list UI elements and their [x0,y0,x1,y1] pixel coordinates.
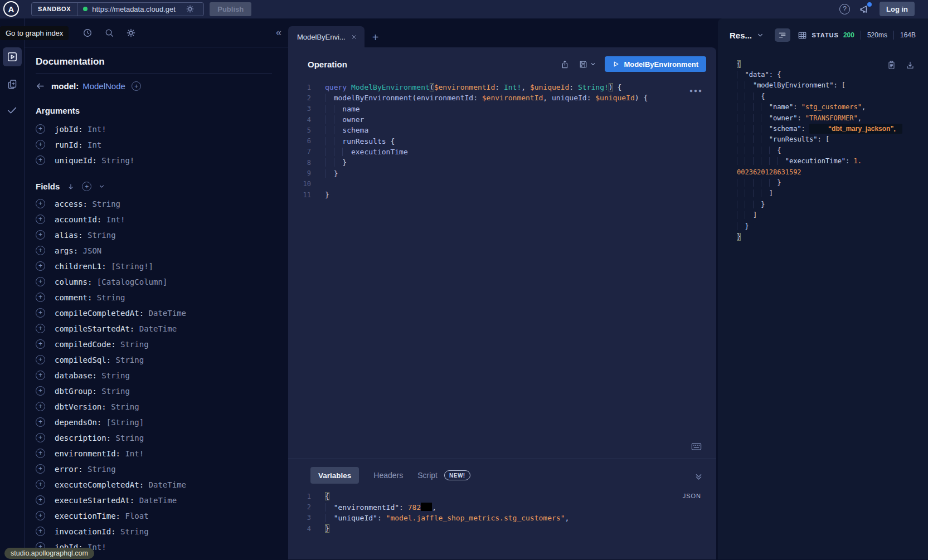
field-type[interactable]: Int! [83,125,106,134]
field-name[interactable]: args: [55,246,78,255]
field-name[interactable]: description: [55,434,111,442]
announcements-megaphone-icon[interactable] [859,4,870,14]
field-type[interactable]: String [97,387,130,396]
field-type[interactable]: [CatalogColumn] [92,277,167,286]
sort-fields-icon[interactable] [67,183,75,191]
checks-icon[interactable] [6,104,18,116]
tab-script[interactable]: Script [417,471,438,480]
add-to-operation-button[interactable]: + [36,155,45,165]
add-to-operation-button[interactable]: + [36,308,45,318]
field-type[interactable]: String [111,434,144,442]
add-to-operation-button[interactable]: + [36,246,45,255]
field-name[interactable]: compileStartedAt: [55,324,134,333]
tab-headers[interactable]: Headers [373,471,403,480]
query-editor[interactable]: ●●● 1query ModelByEnvironment($environme… [288,81,716,459]
add-to-operation-button[interactable]: + [36,464,45,474]
field-type[interactable]: String [134,558,167,560]
help-icon[interactable]: ? [839,4,850,14]
field-name[interactable]: dbtVersion: [55,402,106,411]
add-to-operation-button[interactable]: + [36,402,45,411]
field-name[interactable]: compiledSql: [55,356,111,364]
endpoint-url-input[interactable]: https://metadata.cloud.get [77,4,203,13]
field-type[interactable]: Int [83,140,102,149]
tree-view-button[interactable] [775,28,790,42]
run-operation-button[interactable]: ModelByEnvironment [605,56,706,72]
add-to-operation-button[interactable]: + [36,511,45,520]
field-name[interactable]: executeCompletedAt: [55,480,144,489]
add-to-operation-button[interactable]: + [36,261,45,271]
add-to-operation-button[interactable]: + [36,433,45,442]
back-arrow-icon[interactable] [36,81,45,91]
settings-gear-icon[interactable] [126,28,136,38]
field-type[interactable]: JSON [78,246,101,255]
add-to-operation-button[interactable]: + [36,495,45,505]
field-name[interactable]: dependsOn: [55,418,101,427]
save-floppy-icon[interactable] [579,60,588,69]
add-to-operation-button[interactable]: + [36,324,45,333]
field-type[interactable]: DateTime [144,309,186,318]
add-to-operation-button[interactable]: + [36,527,45,536]
variables-editor[interactable]: 1{2 "environmentId": 782,3 "uniqueId": "… [288,491,716,534]
field-name[interactable]: runId: [55,140,83,149]
field-name[interactable]: error: [55,465,83,474]
collapse-panel-icon[interactable]: « [276,27,288,38]
field-name[interactable]: compiledCode: [55,340,116,349]
add-to-operation-button[interactable]: + [36,230,45,240]
new-tab-button[interactable]: + [372,32,379,43]
save-operation-control[interactable] [579,60,596,69]
search-icon[interactable] [104,28,114,38]
add-to-operation-button[interactable]: + [36,277,45,286]
field-name[interactable]: invocationId: [55,527,116,536]
field-type[interactable]: String [83,231,116,240]
add-to-operation-button[interactable]: + [36,339,45,349]
close-tab-icon[interactable] [351,34,357,40]
field-name[interactable]: database: [55,371,97,380]
field-name[interactable]: environmentId: [55,449,120,458]
field-type[interactable]: Int! [120,449,144,458]
field-name[interactable]: comment: [55,293,92,302]
field-name[interactable]: executionTime: [55,512,120,520]
field-type[interactable]: DateTime [144,480,186,489]
history-icon[interactable] [82,28,93,38]
login-button[interactable]: Log in [880,2,915,16]
add-to-operation-button[interactable]: + [36,124,45,134]
field-name[interactable]: accountId: [55,215,101,224]
field-name[interactable]: jobId: [55,125,83,134]
copy-response-icon[interactable] [887,60,896,70]
field-name[interactable]: alias: [55,231,83,240]
field-type[interactable]: DateTime [134,324,177,333]
add-to-operation-button[interactable]: + [36,371,45,380]
add-to-operation-button[interactable]: + [36,355,45,364]
explorer-icon[interactable] [3,47,22,66]
add-to-operation-button[interactable]: + [36,215,45,224]
add-to-operation-button[interactable]: + [36,386,45,396]
table-view-button[interactable] [798,31,807,40]
add-type-button[interactable]: + [132,81,141,91]
endpoint-settings-gear-icon[interactable] [186,4,195,13]
field-type[interactable]: String [88,199,120,208]
add-to-operation-button[interactable]: + [36,199,45,208]
fields-options-chevron-icon[interactable] [99,183,105,189]
add-to-operation-button[interactable]: + [36,140,45,149]
add-to-operation-button[interactable]: + [36,480,45,489]
field-type[interactable]: String [97,371,130,380]
add-all-fields-button[interactable]: + [82,182,91,191]
editor-more-menu-icon[interactable]: ●●● [689,87,703,94]
field-name[interactable]: executeStartedAt: [55,496,134,505]
field-type[interactable]: String! [97,156,134,165]
save-options-chevron-icon[interactable] [590,61,596,67]
field-type[interactable]: String [83,465,116,474]
field-name[interactable]: columns: [55,277,92,286]
add-to-operation-button[interactable]: + [36,293,45,302]
keyboard-shortcuts-icon[interactable] [691,442,702,451]
collapse-variables-chevron-icon[interactable] [694,473,703,481]
field-type[interactable]: String [106,402,139,411]
field-type[interactable]: String [116,527,149,536]
breadcrumb-type-link[interactable]: ModelNode [82,81,125,91]
response-title-chevron-icon[interactable] [757,32,764,38]
field-name[interactable]: access: [55,199,88,208]
field-type[interactable]: String [92,293,125,302]
field-type[interactable]: [String] [101,418,144,427]
field-type[interactable]: Int! [101,215,125,224]
apollo-logo[interactable]: A [3,1,19,17]
